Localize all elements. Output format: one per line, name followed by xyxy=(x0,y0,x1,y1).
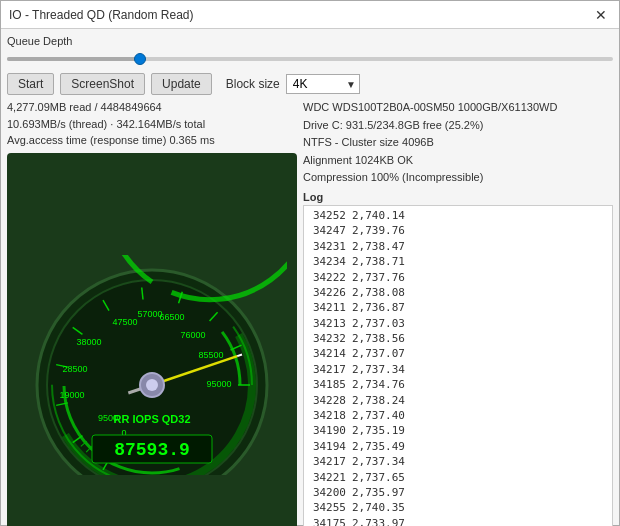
log-row: 342212,737.65 xyxy=(308,470,608,485)
log-entry-id: 34221 xyxy=(308,470,346,485)
log-entry-val: 2,737.40 xyxy=(352,408,405,423)
log-entry-val: 2,738.56 xyxy=(352,331,405,346)
log-entry-val: 2,740.35 xyxy=(352,500,405,515)
log-entry-id: 34232 xyxy=(308,331,346,346)
close-button[interactable]: ✕ xyxy=(591,5,611,25)
stat-line2: 10.693MB/s (thread) · 342.164MB/s total xyxy=(7,116,297,133)
log-row: 341902,735.19 xyxy=(308,423,608,438)
svg-text:19000: 19000 xyxy=(59,390,84,400)
log-row: 341752,733.97 xyxy=(308,516,608,526)
svg-text:66500: 66500 xyxy=(159,312,184,322)
log-entry-id: 34211 xyxy=(308,300,346,315)
left-panel: 4,277.09MB read / 4484849664 10.693MB/s … xyxy=(7,99,297,526)
log-row: 342522,740.14 xyxy=(308,208,608,223)
main-area: 4,277.09MB read / 4484849664 10.693MB/s … xyxy=(7,99,613,526)
log-entry-val: 2,737.03 xyxy=(352,316,405,331)
gauge-svg: 0 9500 19000 28500 38000 xyxy=(17,255,287,475)
right-panel: WDC WDS100T2B0A-00SM50 1000GB/X61130WD D… xyxy=(303,99,613,526)
log-row: 342552,740.35 xyxy=(308,500,608,515)
block-size-select[interactable]: 512B 1K 2K 4K 8K 16K 32K 64K 128K 256K 5… xyxy=(286,74,360,94)
slider-track xyxy=(7,57,613,61)
drive-compression: Compression 100% (Incompressible) xyxy=(303,169,613,187)
slider-fill xyxy=(7,57,140,61)
log-entry-id: 34255 xyxy=(308,500,346,515)
log-row: 342112,736.87 xyxy=(308,300,608,315)
queue-label: Queue Depth xyxy=(7,35,613,47)
log-entry-val: 2,737.07 xyxy=(352,346,405,361)
log-entry-val: 2,734.76 xyxy=(352,377,405,392)
log-entry-val: 2,738.24 xyxy=(352,393,405,408)
drive-model: WDC WDS100T2B0A-00SM50 1000GB/X61130WD xyxy=(303,99,613,117)
log-entry-id: 34194 xyxy=(308,439,346,454)
block-size-label: Block size xyxy=(226,77,280,91)
log-row: 342472,739.76 xyxy=(308,223,608,238)
log-entry-id: 34175 xyxy=(308,516,346,526)
svg-text:38000: 38000 xyxy=(76,337,101,347)
stat-line3: Avg.access time (response time) 0.365 ms xyxy=(7,132,297,149)
drive-alignment: Alignment 1024KB OK xyxy=(303,152,613,170)
queue-section: Queue Depth xyxy=(7,35,613,69)
drive-ntfs: NTFS - Cluster size 4096B xyxy=(303,134,613,152)
log-container[interactable]: 342522,740.14342472,739.76342312,738.473… xyxy=(303,205,613,526)
log-row: 341942,735.49 xyxy=(308,439,608,454)
window-title: IO - Threaded QD (Random Read) xyxy=(9,8,194,22)
svg-text:87593.9: 87593.9 xyxy=(114,440,190,460)
log-row: 342172,737.34 xyxy=(308,362,608,377)
log-row: 342132,737.03 xyxy=(308,316,608,331)
stats-text: 4,277.09MB read / 4484849664 10.693MB/s … xyxy=(7,99,297,149)
log-row: 342172,737.34 xyxy=(308,454,608,469)
slider-container[interactable] xyxy=(7,49,613,69)
gauge-container: 0 9500 19000 28500 38000 xyxy=(7,153,297,527)
log-entry-val: 2,737.65 xyxy=(352,470,405,485)
log-row: 342182,737.40 xyxy=(308,408,608,423)
content-area: Queue Depth Start ScreenShot Update Bloc… xyxy=(1,29,619,526)
log-entry-id: 34228 xyxy=(308,393,346,408)
svg-text:85500: 85500 xyxy=(198,350,223,360)
log-row: 342142,737.07 xyxy=(308,346,608,361)
log-entry-val: 2,735.97 xyxy=(352,485,405,500)
log-entry-val: 2,739.76 xyxy=(352,223,405,238)
log-entry-val: 2,737.76 xyxy=(352,270,405,285)
drive-c: Drive C: 931.5/234.8GB free (25.2%) xyxy=(303,117,613,135)
log-row: 342312,738.47 xyxy=(308,239,608,254)
log-entry-val: 2,738.47 xyxy=(352,239,405,254)
log-row: 342322,738.56 xyxy=(308,331,608,346)
log-entry-id: 34234 xyxy=(308,254,346,269)
update-button[interactable]: Update xyxy=(151,73,212,95)
log-row: 342342,738.71 xyxy=(308,254,608,269)
svg-text:RR IOPS QD32: RR IOPS QD32 xyxy=(113,413,190,425)
svg-text:28500: 28500 xyxy=(62,364,87,374)
log-row: 342282,738.24 xyxy=(308,393,608,408)
log-entry-val: 2,737.34 xyxy=(352,454,405,469)
title-bar: IO - Threaded QD (Random Read) ✕ xyxy=(1,1,619,29)
svg-point-36 xyxy=(146,379,158,391)
log-entry-val: 2,738.08 xyxy=(352,285,405,300)
log-row: 342262,738.08 xyxy=(308,285,608,300)
log-entry-id: 34190 xyxy=(308,423,346,438)
log-row: 342222,737.76 xyxy=(308,270,608,285)
stat-line1: 4,277.09MB read / 4484849664 xyxy=(7,99,297,116)
log-entry-id: 34247 xyxy=(308,223,346,238)
log-entry-id: 34218 xyxy=(308,408,346,423)
log-entry-id: 34213 xyxy=(308,316,346,331)
controls-row: Start ScreenShot Update Block size 512B … xyxy=(7,73,613,95)
log-entry-id: 34200 xyxy=(308,485,346,500)
block-size-wrapper[interactable]: 512B 1K 2K 4K 8K 16K 32K 64K 128K 256K 5… xyxy=(286,74,360,94)
log-label: Log xyxy=(303,191,613,203)
svg-text:95000: 95000 xyxy=(206,379,231,389)
start-button[interactable]: Start xyxy=(7,73,54,95)
svg-text:47500: 47500 xyxy=(112,317,137,327)
log-entry-id: 34217 xyxy=(308,362,346,377)
screenshot-button[interactable]: ScreenShot xyxy=(60,73,145,95)
log-entry-val: 2,735.49 xyxy=(352,439,405,454)
log-row: 341852,734.76 xyxy=(308,377,608,392)
log-entry-id: 34252 xyxy=(308,208,346,223)
log-entry-id: 34222 xyxy=(308,270,346,285)
log-entry-val: 2,736.87 xyxy=(352,300,405,315)
slider-thumb[interactable] xyxy=(134,53,146,65)
log-row: 342002,735.97 xyxy=(308,485,608,500)
svg-text:76000: 76000 xyxy=(180,330,205,340)
log-entry-id: 34217 xyxy=(308,454,346,469)
main-window: IO - Threaded QD (Random Read) ✕ Queue D… xyxy=(0,0,620,526)
drive-info: WDC WDS100T2B0A-00SM50 1000GB/X61130WD D… xyxy=(303,99,613,187)
